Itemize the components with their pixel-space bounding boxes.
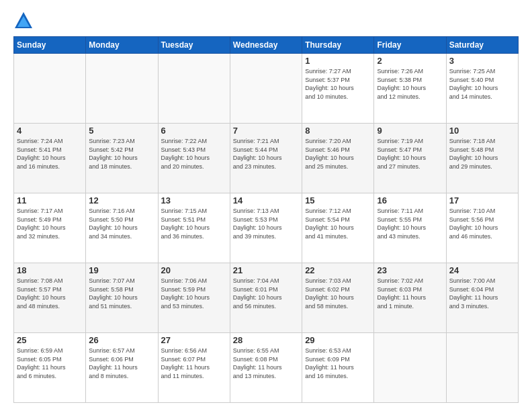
- table-row: 1Sunrise: 7:27 AM Sunset: 5:37 PM Daylig…: [302, 54, 374, 124]
- day-info: Sunrise: 7:19 AM Sunset: 5:47 PM Dayligh…: [377, 137, 443, 171]
- day-info: Sunrise: 7:16 AM Sunset: 5:50 PM Dayligh…: [89, 207, 154, 240]
- day-info: Sunrise: 7:18 AM Sunset: 5:48 PM Dayligh…: [449, 137, 515, 171]
- calendar-week-row: 18Sunrise: 7:08 AM Sunset: 5:57 PM Dayli…: [14, 263, 519, 333]
- table-row: [446, 333, 518, 403]
- day-info: Sunrise: 7:06 AM Sunset: 5:59 PM Dayligh…: [161, 277, 227, 310]
- day-info: Sunrise: 7:24 AM Sunset: 5:41 PM Dayligh…: [17, 137, 83, 171]
- table-row: 6Sunrise: 7:22 AM Sunset: 5:43 PM Daylig…: [158, 124, 230, 193]
- table-row: 12Sunrise: 7:16 AM Sunset: 5:50 PM Dayli…: [86, 193, 158, 263]
- day-info: Sunrise: 6:56 AM Sunset: 6:07 PM Dayligh…: [161, 347, 227, 380]
- table-row: 3Sunrise: 7:25 AM Sunset: 5:40 PM Daylig…: [446, 54, 518, 124]
- day-number: 4: [17, 126, 83, 136]
- day-info: Sunrise: 7:07 AM Sunset: 5:58 PM Dayligh…: [89, 277, 154, 310]
- day-number: 23: [377, 265, 443, 275]
- table-row: 23Sunrise: 7:02 AM Sunset: 6:03 PM Dayli…: [374, 263, 446, 333]
- day-info: Sunrise: 7:13 AM Sunset: 5:53 PM Dayligh…: [233, 207, 299, 240]
- day-number: 20: [161, 265, 227, 275]
- day-number: 15: [305, 195, 371, 205]
- table-row: 28Sunrise: 6:55 AM Sunset: 6:08 PM Dayli…: [230, 333, 302, 403]
- calendar-week-row: 1Sunrise: 7:27 AM Sunset: 5:37 PM Daylig…: [14, 54, 519, 124]
- day-number: 1: [305, 56, 371, 66]
- day-number: 13: [161, 195, 227, 205]
- day-info: Sunrise: 7:08 AM Sunset: 5:57 PM Dayligh…: [17, 277, 83, 310]
- day-number: 10: [449, 126, 515, 136]
- day-number: 27: [161, 335, 227, 345]
- day-number: 5: [89, 126, 154, 136]
- day-info: Sunrise: 7:23 AM Sunset: 5:42 PM Dayligh…: [89, 137, 154, 171]
- day-info: Sunrise: 7:20 AM Sunset: 5:46 PM Dayligh…: [305, 137, 371, 171]
- table-row: 21Sunrise: 7:04 AM Sunset: 6:01 PM Dayli…: [230, 263, 302, 333]
- logo: [13, 11, 35, 31]
- day-info: Sunrise: 7:02 AM Sunset: 6:03 PM Dayligh…: [377, 277, 443, 310]
- table-row: 26Sunrise: 6:57 AM Sunset: 6:06 PM Dayli…: [86, 333, 158, 403]
- day-info: Sunrise: 7:26 AM Sunset: 5:38 PM Dayligh…: [377, 67, 443, 101]
- table-row: 8Sunrise: 7:20 AM Sunset: 5:46 PM Daylig…: [302, 124, 374, 193]
- day-info: Sunrise: 6:59 AM Sunset: 6:05 PM Dayligh…: [17, 347, 83, 380]
- table-row: [374, 333, 446, 403]
- day-number: 6: [161, 126, 227, 136]
- table-row: 19Sunrise: 7:07 AM Sunset: 5:58 PM Dayli…: [86, 263, 158, 333]
- day-info: Sunrise: 6:57 AM Sunset: 6:06 PM Dayligh…: [89, 347, 154, 380]
- day-number: 7: [233, 126, 299, 136]
- day-info: Sunrise: 7:11 AM Sunset: 5:55 PM Dayligh…: [377, 207, 443, 240]
- day-info: Sunrise: 7:03 AM Sunset: 6:02 PM Dayligh…: [305, 277, 371, 310]
- table-row: 20Sunrise: 7:06 AM Sunset: 5:59 PM Dayli…: [158, 263, 230, 333]
- table-row: 10Sunrise: 7:18 AM Sunset: 5:48 PM Dayli…: [446, 124, 518, 193]
- calendar-week-row: 25Sunrise: 6:59 AM Sunset: 6:05 PM Dayli…: [14, 333, 519, 403]
- day-number: 3: [449, 56, 515, 66]
- day-number: 26: [89, 335, 154, 345]
- calendar-day-header: Monday: [86, 37, 158, 54]
- day-number: 21: [233, 265, 299, 275]
- table-row: 5Sunrise: 7:23 AM Sunset: 5:42 PM Daylig…: [86, 124, 158, 193]
- day-number: 25: [17, 335, 83, 345]
- day-number: 12: [89, 195, 154, 205]
- calendar-day-header: Tuesday: [158, 37, 230, 54]
- table-row: 15Sunrise: 7:12 AM Sunset: 5:54 PM Dayli…: [302, 193, 374, 263]
- day-info: Sunrise: 7:22 AM Sunset: 5:43 PM Dayligh…: [161, 137, 227, 171]
- calendar-day-header: Friday: [374, 37, 446, 54]
- table-row: 9Sunrise: 7:19 AM Sunset: 5:47 PM Daylig…: [374, 124, 446, 193]
- table-row: [158, 54, 230, 124]
- day-number: 22: [305, 265, 371, 275]
- day-info: Sunrise: 7:10 AM Sunset: 5:56 PM Dayligh…: [449, 207, 515, 240]
- table-row: 22Sunrise: 7:03 AM Sunset: 6:02 PM Dayli…: [302, 263, 374, 333]
- table-row: [14, 54, 86, 124]
- table-row: 13Sunrise: 7:15 AM Sunset: 5:51 PM Dayli…: [158, 193, 230, 263]
- header: [13, 11, 519, 31]
- calendar-week-row: 4Sunrise: 7:24 AM Sunset: 5:41 PM Daylig…: [14, 124, 519, 193]
- day-info: Sunrise: 7:25 AM Sunset: 5:40 PM Dayligh…: [449, 67, 515, 101]
- day-info: Sunrise: 7:27 AM Sunset: 5:37 PM Dayligh…: [305, 67, 371, 101]
- day-info: Sunrise: 7:15 AM Sunset: 5:51 PM Dayligh…: [161, 207, 227, 240]
- day-number: 8: [305, 126, 371, 136]
- table-row: 18Sunrise: 7:08 AM Sunset: 5:57 PM Dayli…: [14, 263, 86, 333]
- table-row: 4Sunrise: 7:24 AM Sunset: 5:41 PM Daylig…: [14, 124, 86, 193]
- day-number: 28: [233, 335, 299, 345]
- calendar-header-row: SundayMondayTuesdayWednesdayThursdayFrid…: [14, 37, 519, 54]
- day-info: Sunrise: 7:17 AM Sunset: 5:49 PM Dayligh…: [17, 207, 83, 240]
- table-row: 17Sunrise: 7:10 AM Sunset: 5:56 PM Dayli…: [446, 193, 518, 263]
- day-number: 18: [17, 265, 83, 275]
- day-number: 11: [17, 195, 83, 205]
- table-row: [86, 54, 158, 124]
- calendar-day-header: Thursday: [302, 37, 374, 54]
- table-row: 27Sunrise: 6:56 AM Sunset: 6:07 PM Dayli…: [158, 333, 230, 403]
- calendar-day-header: Saturday: [446, 37, 518, 54]
- day-info: Sunrise: 7:00 AM Sunset: 6:04 PM Dayligh…: [449, 277, 515, 310]
- day-number: 24: [449, 265, 515, 275]
- day-info: Sunrise: 7:04 AM Sunset: 6:01 PM Dayligh…: [233, 277, 299, 310]
- logo-icon: [13, 11, 34, 31]
- table-row: 24Sunrise: 7:00 AM Sunset: 6:04 PM Dayli…: [446, 263, 518, 333]
- table-row: 25Sunrise: 6:59 AM Sunset: 6:05 PM Dayli…: [14, 333, 86, 403]
- table-row: 14Sunrise: 7:13 AM Sunset: 5:53 PM Dayli…: [230, 193, 302, 263]
- day-number: 9: [377, 126, 443, 136]
- day-number: 17: [449, 195, 515, 205]
- table-row: 11Sunrise: 7:17 AM Sunset: 5:49 PM Dayli…: [14, 193, 86, 263]
- calendar-table: SundayMondayTuesdayWednesdayThursdayFrid…: [13, 36, 519, 403]
- day-info: Sunrise: 7:12 AM Sunset: 5:54 PM Dayligh…: [305, 207, 371, 240]
- day-number: 14: [233, 195, 299, 205]
- day-number: 19: [89, 265, 154, 275]
- calendar-day-header: Wednesday: [230, 37, 302, 54]
- day-number: 2: [377, 56, 443, 66]
- calendar-week-row: 11Sunrise: 7:17 AM Sunset: 5:49 PM Dayli…: [14, 193, 519, 263]
- day-number: 29: [305, 335, 371, 345]
